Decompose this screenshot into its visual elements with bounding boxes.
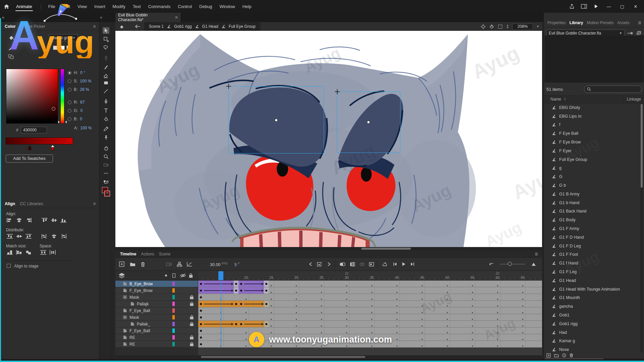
- prev-keyframe-icon[interactable]: [307, 260, 314, 268]
- hue-marker-left[interactable]: [58, 121, 60, 123]
- overlap-color-icon[interactable]: [8, 54, 14, 59]
- layer-row-f_eye_brow[interactable]: F_Eye_Brow: [115, 287, 198, 294]
- onion-skin-outlines-icon[interactable]: [349, 260, 356, 268]
- layer-lock-icon[interactable]: [190, 335, 194, 340]
- keyframe-dot[interactable]: [200, 316, 202, 318]
- timeline-ruler[interactable]: 51015202530354045505560651s2s: [198, 271, 542, 281]
- back-arrow-icon[interactable]: [135, 24, 140, 28]
- tab-scene[interactable]: Scene: [159, 252, 170, 256]
- library-item-kamar-g[interactable]: Kamar g: [544, 337, 644, 346]
- library-item-g1-f-army[interactable]: G1 F Army: [544, 224, 644, 233]
- library-item-g[interactable]: g: [544, 164, 644, 173]
- library-item-g1-b-army[interactable]: G1 B Army: [544, 190, 644, 198]
- outline-column-icon[interactable]: [172, 273, 176, 278]
- keyframe-dot[interactable]: [240, 323, 242, 325]
- hue-row-value[interactable]: 0 °: [80, 70, 85, 75]
- keyframe-dot[interactable]: [200, 310, 202, 312]
- layer-row-re[interactable]: RE: [115, 341, 198, 348]
- brightness-row-value[interactable]: 26 %: [80, 87, 89, 92]
- layer-outline-color[interactable]: [172, 282, 175, 286]
- menu-modify[interactable]: Modify: [109, 1, 129, 12]
- new-library-panel-icon[interactable]: [636, 31, 641, 36]
- blue-row-value[interactable]: 0: [80, 117, 82, 121]
- selection-tool[interactable]: [103, 27, 109, 34]
- library-item-nose[interactable]: Nose: [544, 345, 644, 353]
- saturation-row-value[interactable]: 100 %: [80, 79, 91, 83]
- library-item-g1-head-with-tounge-animation[interactable]: G1 Head With Tounge Animation: [544, 285, 644, 294]
- layer-lock-icon[interactable]: [190, 315, 194, 319]
- paint-bucket-tool[interactable]: [103, 116, 109, 123]
- keyframe-dot[interactable]: [235, 323, 237, 325]
- library-item-g1-f-hand[interactable]: G1 f Hand: [544, 259, 644, 267]
- library-item-f-eyer[interactable]: F Eyer: [544, 146, 644, 155]
- hue-strip[interactable]: [60, 69, 64, 124]
- clip-content-icon[interactable]: [498, 24, 503, 29]
- keyframe-dot[interactable]: [200, 296, 202, 298]
- menu-insert[interactable]: Insert: [91, 1, 109, 12]
- column-linkage[interactable]: Linkage: [624, 97, 644, 102]
- layer-outline-color[interactable]: [172, 295, 175, 299]
- edit-multiple-frames-icon[interactable]: [358, 260, 366, 268]
- add-to-swatches-button[interactable]: Add To Swatches: [6, 155, 53, 163]
- menu-edit[interactable]: Edit: [59, 1, 74, 12]
- layer-lock-icon[interactable]: [190, 322, 194, 326]
- menu-text[interactable]: Text: [129, 1, 145, 12]
- loop-icon[interactable]: [381, 260, 388, 268]
- frame-track-pallajk[interactable]: [198, 301, 542, 307]
- keyframe-dot[interactable]: [240, 290, 242, 292]
- close-tab-icon[interactable]: ✕: [175, 15, 178, 20]
- layer-row-b_eye_brow[interactable]: B_Eye_Brow: [115, 281, 198, 287]
- keyframe-dot[interactable]: [235, 290, 237, 292]
- library-item-f[interactable]: f: [544, 121, 644, 129]
- align-top-button[interactable]: [40, 217, 49, 224]
- zoom-tool[interactable]: [103, 153, 109, 160]
- stage-canvas[interactable]: AyugAyugAyugAyugAyugAyugAyugAyug: [115, 31, 542, 247]
- frame-track-f_eye_ball[interactable]: [198, 307, 542, 314]
- layer-row-re[interactable]: RE: [115, 334, 198, 341]
- breadcrumb-gob1-rigg[interactable]: Gob1 rigg: [174, 24, 192, 29]
- dist-bottom-button[interactable]: [24, 233, 33, 240]
- library-item-g1-back-hand[interactable]: G1 Back Hand: [544, 207, 644, 216]
- swap-colors-chip[interactable]: [66, 46, 71, 50]
- camera-icon[interactable]: [165, 260, 172, 268]
- insert-keyframe-icon[interactable]: [316, 260, 323, 268]
- saturation-row-radio[interactable]: [68, 79, 71, 83]
- scrollbar-thumb[interactable]: [641, 104, 643, 188]
- graph-editor-icon[interactable]: [186, 260, 193, 268]
- reset-timeline-zoom-icon[interactable]: [488, 260, 495, 268]
- align-panel-menu-icon[interactable]: ≡: [93, 201, 96, 206]
- keyframe-dot[interactable]: [200, 337, 202, 339]
- layer-outline-color[interactable]: [172, 335, 175, 340]
- layer-lock-icon[interactable]: [190, 295, 194, 299]
- pin-library-icon[interactable]: [627, 32, 633, 35]
- alpha-value[interactable]: 100 %: [80, 126, 92, 130]
- timeline-horizontal-scrollbar[interactable]: [115, 355, 542, 359]
- tab-actions[interactable]: Actions: [141, 252, 154, 256]
- hue-row-radio[interactable]: [68, 71, 71, 75]
- center-stage-icon[interactable]: [481, 24, 486, 29]
- match-height-button[interactable]: [15, 249, 23, 256]
- playhead-handle[interactable]: [218, 271, 223, 280]
- eraser-tool[interactable]: [103, 72, 109, 79]
- keyframe-dot[interactable]: [235, 283, 237, 285]
- tab-motion-presets[interactable]: Motion Presets: [587, 20, 613, 25]
- green-row-value[interactable]: 0: [80, 108, 83, 113]
- tab-color[interactable]: Color: [5, 24, 16, 29]
- tab-cc-libraries[interactable]: CC Libraries: [20, 201, 43, 206]
- match-both-button[interactable]: [24, 249, 33, 256]
- layer-row-f_eye_ball[interactable]: F_Eye_Ball: [115, 307, 198, 314]
- breadcrumb-scene-1[interactable]: Scene 1: [149, 24, 164, 29]
- zoom-dropdown-icon[interactable]: ▼: [536, 25, 539, 28]
- fps-value[interactable]: 30.00 FPS: [210, 262, 227, 267]
- gradient-stop-left[interactable]: [28, 147, 31, 150]
- rectangle-tool[interactable]: [103, 79, 109, 86]
- new-folder-icon[interactable]: [129, 260, 136, 268]
- layer-row-mask[interactable]: Mask: [115, 314, 198, 321]
- test-movie-icon[interactable]: [591, 2, 601, 11]
- hand-tool[interactable]: [103, 144, 109, 151]
- new-symbol-icon[interactable]: [546, 353, 551, 358]
- stroke-color-icon[interactable]: [8, 45, 14, 51]
- new-folder-icon[interactable]: [554, 354, 559, 357]
- layer-row-pallajk[interactable]: Pallajk: [115, 301, 198, 307]
- layer-parenting-icon[interactable]: [176, 260, 183, 268]
